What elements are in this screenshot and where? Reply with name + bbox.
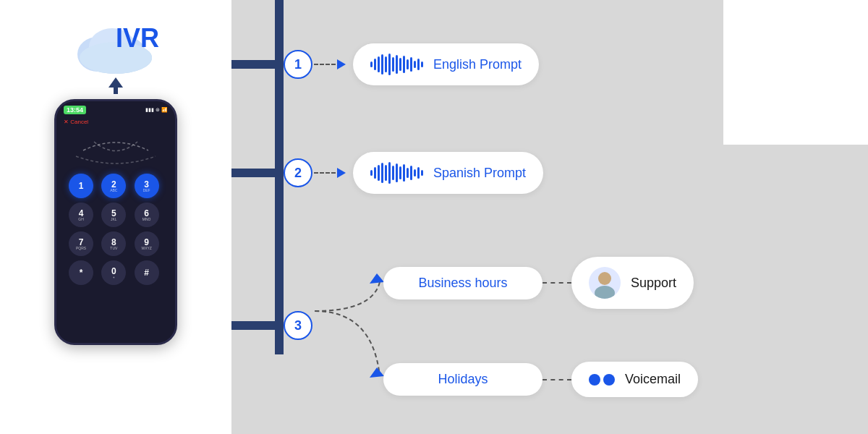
dial-4[interactable]: 4 GH — [69, 203, 93, 227]
left-section: IVR 13:54 ▮▮▮ ⊛ 📶 ✕ Cancel — [0, 0, 231, 434]
dial-hash[interactable]: # — [135, 260, 159, 285]
dial-7[interactable]: 7 PQRS — [69, 231, 93, 256]
support-card: Support — [571, 257, 694, 309]
voicemail-icon — [589, 374, 615, 386]
spanish-prompt-label: Spanish Prompt — [433, 166, 526, 181]
business-hours-row: Business hours Support — [383, 257, 694, 309]
voicemail-label: Voicemail — [625, 372, 681, 387]
svg-marker-5 — [109, 77, 123, 88]
support-label: Support — [631, 276, 676, 291]
node-row-2: 2 Spanish Prompt — [231, 152, 543, 194]
dial-2[interactable]: 2 ABC — [101, 174, 126, 198]
business-hours-card: Business hours — [383, 267, 542, 299]
prompt-card-1: English Prompt — [353, 43, 539, 85]
ivr-cloud: IVR — [72, 22, 159, 77]
holidays-label: Holidays — [438, 372, 488, 387]
svg-marker-7 — [370, 273, 384, 284]
dial-5[interactable]: 5 JKL — [101, 203, 126, 227]
svg-point-9 — [598, 272, 611, 285]
support-avatar — [589, 267, 621, 299]
svg-point-10 — [595, 286, 615, 299]
step-circle-2: 2 — [284, 158, 312, 187]
up-arrow — [109, 77, 123, 98]
arrow-2 — [337, 168, 346, 178]
dial-star[interactable]: * — [69, 260, 93, 285]
phone-signal-icons: ▮▮▮ ⊛ 📶 — [145, 107, 168, 113]
waveform-1 — [370, 54, 423, 75]
phone-mockup: 13:54 ▮▮▮ ⊛ 📶 ✕ Cancel 1 — [54, 99, 177, 345]
node-row-3: 3 — [231, 311, 312, 340]
right-section: 1 English Promp — [231, 0, 868, 434]
step-circle-3: 3 — [284, 311, 312, 340]
phone-cancel-label: ✕ Cancel — [56, 116, 175, 128]
dial-6[interactable]: 6 MNO — [135, 203, 159, 227]
voicemail-card: Voicemail — [571, 362, 698, 397]
dial-9[interactable]: 9 WXYZ — [135, 231, 159, 256]
arrow-1 — [337, 59, 346, 69]
node-row-1: 1 English Promp — [231, 43, 539, 85]
svg-rect-6 — [114, 87, 118, 94]
waveform-2 — [370, 162, 423, 184]
holidays-card: Holidays — [383, 363, 542, 396]
svg-marker-8 — [370, 367, 384, 378]
ivr-label: IVR — [116, 23, 159, 54]
prompt-card-2: Spanish Prompt — [353, 152, 543, 194]
dial-8[interactable]: 8 TUV — [101, 231, 126, 256]
dial-1[interactable]: 1 — [69, 174, 93, 198]
holidays-row: Holidays Voicemail — [383, 362, 698, 397]
white-corner-panel — [723, 0, 868, 145]
dial-0[interactable]: 0 + — [101, 260, 126, 285]
english-prompt-label: English Prompt — [433, 57, 522, 72]
dial-3[interactable]: 3 DEF — [135, 174, 159, 198]
step-circle-1: 1 — [284, 50, 312, 79]
phone-time: 13:54 — [64, 106, 86, 114]
business-hours-label: Business hours — [418, 276, 507, 291]
routing-pattern — [69, 131, 163, 171]
